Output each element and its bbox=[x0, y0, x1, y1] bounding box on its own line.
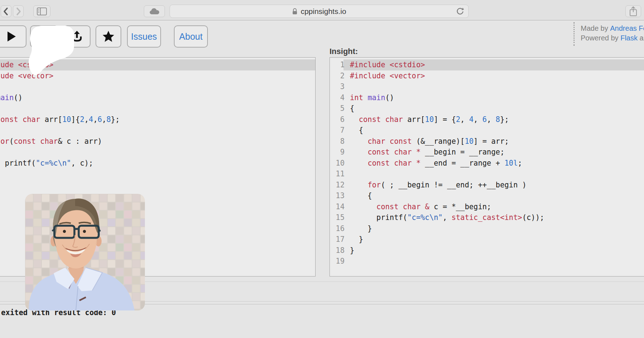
code-line: const char & c = *__begin; bbox=[350, 201, 544, 212]
line-number: 11 bbox=[330, 168, 345, 180]
padlock-icon bbox=[292, 8, 298, 15]
code-line: { bbox=[0, 147, 119, 158]
issues-label: Issues bbox=[131, 31, 157, 42]
browser-toolbar: cppinsights.io bbox=[0, 0, 644, 20]
line-number: 19 bbox=[330, 256, 345, 267]
code-line: for( ; __begin != __end; ++__begin ) bbox=[350, 180, 544, 191]
line-number: 2 bbox=[330, 70, 345, 82]
code-line bbox=[0, 125, 119, 136]
back-button[interactable] bbox=[1, 5, 11, 17]
chevron-right-icon bbox=[14, 6, 22, 17]
cloud-tabs-button[interactable] bbox=[144, 5, 165, 17]
code-line: printf("c=%c\n", static_cast<int>(c)); bbox=[350, 212, 544, 223]
code-line: } bbox=[350, 245, 544, 256]
line-number: 4 bbox=[330, 92, 345, 103]
code-line bbox=[350, 256, 544, 267]
code-line: { bbox=[350, 190, 544, 201]
play-icon bbox=[6, 31, 16, 42]
credits: Made by Andreas Fertig Powered by Flask … bbox=[581, 24, 644, 43]
about-label: About bbox=[179, 31, 203, 42]
forward-button[interactable] bbox=[13, 5, 24, 17]
line-number: 13 bbox=[330, 190, 345, 201]
line-number: 6 bbox=[330, 114, 345, 125]
line-number: 18 bbox=[330, 245, 345, 256]
code-line: } bbox=[350, 223, 544, 234]
issues-button[interactable]: Issues bbox=[127, 25, 161, 48]
code-line: { bbox=[0, 103, 119, 114]
flask-link[interactable]: Flask bbox=[620, 34, 638, 42]
url-text: cppinsights.io bbox=[301, 7, 346, 16]
line-number: 16 bbox=[330, 223, 345, 234]
credits-divider bbox=[574, 22, 575, 46]
line-number: 15 bbox=[330, 212, 345, 223]
code-line: const char * __end = __range + 10l; bbox=[350, 158, 544, 169]
insight-header: Insight: bbox=[330, 47, 358, 56]
share-button[interactable] bbox=[625, 5, 641, 17]
line-number: 17 bbox=[330, 234, 345, 245]
share-icon bbox=[629, 6, 638, 17]
code-line: } bbox=[0, 168, 119, 180]
code-line: const char * __begin = __range; bbox=[350, 147, 544, 158]
code-line: #include <cstdio> bbox=[350, 59, 544, 70]
code-line: for(const char& c : arr) bbox=[0, 136, 119, 147]
line-number: 14 bbox=[330, 201, 345, 212]
reload-icon[interactable] bbox=[455, 7, 465, 16]
sidebar-toggle-button[interactable] bbox=[33, 5, 50, 17]
chevron-left-icon bbox=[2, 6, 10, 17]
code-line: } bbox=[0, 180, 119, 191]
code-line: char const (&__range)[10] = arr; bbox=[350, 136, 544, 147]
code-line: const char arr[10] = {2, 4, 6, 8}; bbox=[350, 114, 544, 125]
code-line: { bbox=[350, 103, 544, 114]
white-blob-overlay bbox=[25, 24, 77, 79]
line-number: 10 bbox=[330, 158, 345, 169]
run-button[interactable] bbox=[0, 25, 26, 48]
portrait-photo-overlay bbox=[25, 194, 145, 310]
about-button[interactable]: About bbox=[174, 25, 208, 48]
line-number: 12 bbox=[330, 180, 345, 191]
line-number: 3 bbox=[330, 81, 345, 92]
code-line: #include <vector> bbox=[350, 70, 544, 82]
sidebar-icon bbox=[37, 8, 47, 15]
line-number: 9 bbox=[330, 147, 345, 158]
cloud-icon bbox=[149, 8, 160, 15]
code-line bbox=[350, 168, 544, 180]
author-link[interactable]: Andreas Fertig bbox=[610, 24, 644, 32]
powered-by-line: Powered by Flask and Clang bbox=[581, 33, 644, 43]
line-number: 8 bbox=[330, 136, 345, 147]
line-number: 7 bbox=[330, 125, 345, 136]
insight-code: #include <cstdio>#include <vector> int m… bbox=[350, 59, 544, 267]
code-line: printf("c=%c\n", c); bbox=[0, 158, 119, 169]
line-number-gutter: 12345678910111213141516171819 bbox=[330, 59, 345, 267]
code-line bbox=[350, 81, 544, 92]
code-line: const char arr[10]{2,4,6,8}; bbox=[0, 114, 119, 125]
line-number: 1 bbox=[330, 59, 345, 70]
code-line: } bbox=[350, 234, 544, 245]
star-icon bbox=[102, 30, 115, 43]
insight-output-pane[interactable]: 12345678910111213141516171819 #include <… bbox=[330, 57, 644, 276]
code-line: { bbox=[350, 125, 544, 136]
code-line: int main() bbox=[350, 92, 544, 103]
line-number: 5 bbox=[330, 103, 345, 114]
star-button[interactable] bbox=[96, 25, 121, 48]
made-by-line: Made by Andreas Fertig bbox=[581, 24, 644, 33]
code-line: int main() bbox=[0, 92, 119, 103]
address-bar[interactable]: cppinsights.io bbox=[170, 5, 469, 18]
code-line bbox=[0, 81, 119, 92]
